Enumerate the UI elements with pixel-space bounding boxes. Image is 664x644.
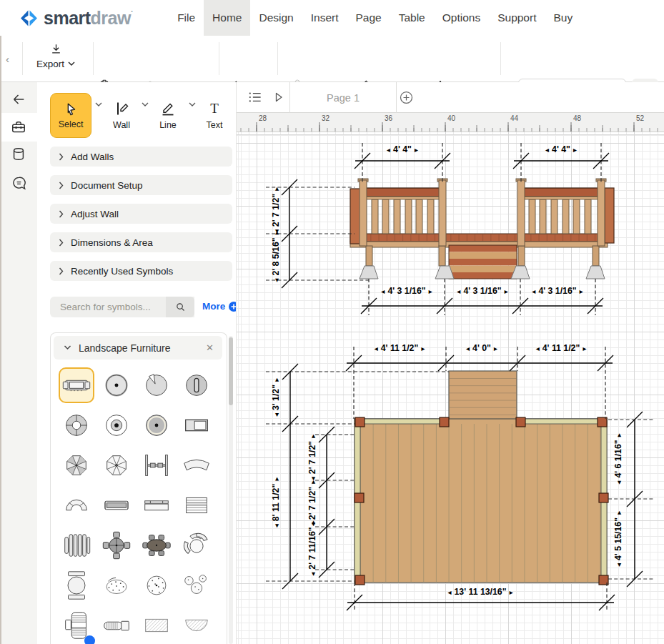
section-dimensions-area[interactable]: Dimensions & Area — [50, 232, 232, 252]
symbol-outdoor-sofa[interactable] — [59, 367, 94, 403]
svg-text:32: 32 — [322, 114, 330, 122]
svg-text:◄ 4' 4" ►: ◄ 4' 4" ► — [385, 144, 419, 154]
help-button[interactable] — [84, 635, 95, 644]
page-list-icon — [248, 91, 262, 104]
symbol-umbrella-octagon[interactable] — [99, 447, 134, 483]
section-recently-used[interactable]: Recently Used Symbols — [50, 261, 232, 281]
symbol-storage-box[interactable] — [179, 407, 214, 443]
chevron-down-icon[interactable] — [189, 102, 196, 107]
symbol-umbrella-solid[interactable] — [139, 407, 174, 443]
svg-text:48: 48 — [573, 114, 582, 122]
symbol-garden-bench[interactable] — [99, 487, 134, 523]
table-4-chairs-icon — [100, 529, 133, 562]
logo-text: smartdraw· — [44, 7, 133, 29]
table-2-benches-icon — [60, 569, 93, 602]
comments-tab[interactable] — [0, 169, 37, 197]
menu-table[interactable]: Table — [390, 0, 434, 36]
symbol-umbrella-octagon-shaded[interactable] — [59, 447, 94, 483]
symbol-library-header[interactable]: Landscape Furniture ✕ — [54, 336, 222, 360]
symbol-planter-group[interactable] — [179, 568, 214, 603]
svg-text:◄ 4' 3 1/16" ►: ◄ 4' 3 1/16" ► — [380, 286, 434, 296]
menu-file[interactable]: File — [169, 0, 204, 36]
chaise-lounge-icon — [100, 609, 133, 642]
umbrella-octagon-icon — [100, 449, 133, 482]
export-button[interactable]: Export — [29, 43, 83, 69]
symbol-table-3-chairs[interactable] — [179, 527, 214, 563]
section-document-setup[interactable]: Document Setup — [50, 175, 232, 195]
svg-text:◄ 2' 7 1/2" ►: ◄ 2' 7 1/2" ► — [307, 433, 317, 482]
text-tool[interactable]: T Text — [200, 100, 229, 130]
wall-tool[interactable]: Wall — [107, 100, 136, 130]
data-tab[interactable] — [0, 140, 37, 169]
more-symbols-link[interactable]: More — [202, 301, 239, 312]
symbol-planter-oval[interactable] — [99, 568, 134, 603]
svg-text:◄ 4' 6 1/16" ►: ◄ 4' 6 1/16" ► — [613, 432, 623, 486]
symbol-hatched-semicircle[interactable] — [179, 608, 214, 643]
svg-text:◄ 4' 11 1/2" ►: ◄ 4' 11 1/2" ► — [373, 343, 426, 353]
panel-scrollbar-thumb[interactable] — [229, 337, 233, 405]
menu-buy[interactable]: Buy — [545, 0, 581, 36]
chevron-down-icon[interactable] — [95, 102, 102, 107]
toolbox-icon — [11, 119, 26, 135]
oval-table-6-chairs-icon — [140, 529, 173, 562]
cursor-icon — [63, 101, 79, 117]
menu-page[interactable]: Page — [347, 0, 390, 36]
deck-plan-drawing[interactable] — [355, 371, 608, 585]
section-add-walls[interactable]: Add Walls — [50, 147, 232, 167]
chevron-down-icon[interactable] — [142, 102, 149, 107]
symbol-round-table-bench[interactable] — [179, 367, 214, 403]
symbol-oval-table-6-chairs[interactable] — [139, 527, 174, 563]
symbol-curved-bench[interactable] — [179, 447, 214, 483]
symbol-table-2-benches[interactable] — [59, 568, 94, 603]
menu-design[interactable]: Design — [250, 0, 302, 36]
round-table-bench-icon — [180, 369, 213, 402]
symbol-chaise-lounge[interactable] — [99, 608, 134, 643]
symbol-round-table-notch[interactable] — [139, 367, 174, 403]
symbol-hatched-rect[interactable] — [139, 608, 174, 643]
svg-text:◄ 13' 11 13/16" ►: ◄ 13' 11 13/16" ► — [447, 587, 515, 597]
chevron-right-icon — [59, 210, 64, 218]
smartdraw-logo[interactable]: smartdraw· — [20, 0, 133, 36]
back-arrow-button[interactable] — [0, 85, 37, 114]
bench-backrest-icon — [140, 489, 173, 522]
expand-pages-button[interactable] — [275, 92, 283, 102]
symbol-grid — [59, 367, 214, 643]
toolbar: ‹ Export Paste Copy Cut Format Painter U… — [0, 36, 664, 82]
line-tool[interactable]: Line — [154, 100, 182, 130]
symbol-umbrella-quad[interactable] — [59, 407, 94, 443]
curved-bench-icon — [180, 449, 213, 482]
symbol-umbrella-ring[interactable] — [99, 407, 134, 443]
symbol-swing-frame[interactable] — [139, 447, 174, 483]
menu-home[interactable]: Home — [204, 0, 250, 36]
close-library-icon[interactable]: ✕ — [206, 342, 214, 353]
collapse-toolbar-chevron[interactable]: ‹ — [6, 53, 9, 65]
symbol-lounge-slats[interactable] — [59, 527, 94, 563]
drawing-area: ◄ 4' 4" ► ◄ 4' 4" ► ◄ 4' 3 1/16" ► ◄ 4' … — [237, 132, 664, 644]
add-page-button[interactable] — [400, 91, 413, 104]
svg-text:40: 40 — [447, 114, 456, 122]
page-tab-bar: Page 1 — [237, 82, 664, 113]
search-button[interactable] — [166, 297, 194, 317]
play-triangle-icon — [275, 92, 283, 102]
menu-insert[interactable]: Insert — [302, 0, 347, 36]
select-tool[interactable]: Select — [50, 93, 91, 138]
symbol-picnic-table[interactable] — [179, 487, 214, 523]
menu-options[interactable]: Options — [434, 0, 489, 36]
symbol-table-4-chairs[interactable] — [99, 527, 134, 563]
symbol-round-table-dot[interactable] — [99, 367, 134, 403]
round-table-notch-icon — [140, 369, 173, 402]
menu-support[interactable]: Support — [489, 0, 545, 36]
wall-tool-icon — [113, 100, 130, 117]
toolbox-tab[interactable] — [0, 113, 37, 142]
page-tab[interactable]: Page 1 — [289, 82, 397, 113]
deck-elevation-drawing[interactable] — [350, 179, 614, 279]
outdoor-sofa-icon — [60, 369, 93, 402]
symbol-arc-bench[interactable] — [59, 487, 94, 523]
table-3-chairs-icon — [180, 529, 213, 562]
symbol-bench-backrest[interactable] — [139, 487, 174, 523]
smartdraw-logo-icon — [20, 9, 38, 27]
chat-bubble-icon — [11, 175, 27, 192]
section-adjust-wall[interactable]: Adjust Wall — [50, 204, 232, 224]
page-list-button[interactable] — [248, 91, 262, 104]
symbol-planter-round[interactable] — [139, 568, 174, 603]
